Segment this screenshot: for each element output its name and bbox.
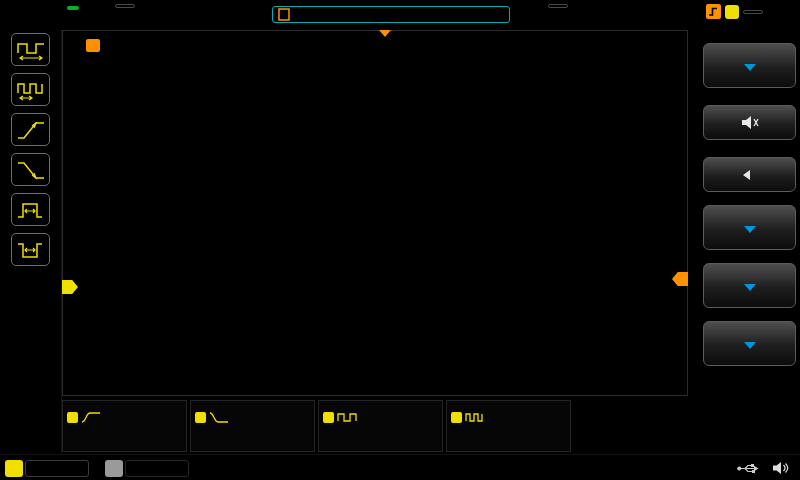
chevron-left-icon bbox=[743, 170, 750, 180]
sidebar-item-pos-width[interactable] bbox=[11, 193, 50, 228]
channel2-status[interactable] bbox=[105, 460, 189, 477]
io-settings-button[interactable] bbox=[703, 43, 796, 88]
record-button[interactable] bbox=[703, 263, 796, 308]
sidebar-item-fall-time[interactable] bbox=[11, 153, 50, 188]
neg-width-icon bbox=[11, 233, 50, 266]
oscilloscope-screen bbox=[0, 0, 800, 480]
language-button[interactable] bbox=[703, 157, 796, 192]
trigger-position-corner-flag bbox=[86, 39, 100, 52]
sound-status-icon bbox=[772, 461, 790, 475]
chevron-down-icon bbox=[744, 64, 756, 71]
channel-status-bar bbox=[0, 454, 800, 480]
trigger-position-marker-icon bbox=[379, 30, 391, 37]
delay-value[interactable] bbox=[548, 4, 568, 8]
usb-icon bbox=[736, 462, 760, 475]
system-button[interactable] bbox=[703, 321, 796, 366]
channel-badge bbox=[451, 412, 462, 423]
measurement-panel-rise bbox=[62, 400, 187, 452]
speaker-icon bbox=[740, 115, 760, 130]
channel1-scale bbox=[25, 460, 89, 477]
measurement-panel-period bbox=[318, 400, 443, 452]
channel2-scale bbox=[125, 460, 189, 477]
middle-region bbox=[0, 30, 800, 454]
preview-waveform-icon bbox=[273, 7, 509, 22]
channel2-badge bbox=[105, 460, 123, 477]
sound-button[interactable] bbox=[703, 105, 796, 140]
sidebar-item-neg-width[interactable] bbox=[11, 233, 50, 268]
channel-badge bbox=[67, 412, 78, 423]
measurement-panel-fall bbox=[190, 400, 315, 452]
sidebar-item-period[interactable] bbox=[11, 33, 50, 68]
waveform-preview[interactable] bbox=[272, 6, 510, 23]
horizontal-measure-sidebar bbox=[0, 30, 62, 454]
freq-meas-icon bbox=[464, 410, 486, 424]
display-center bbox=[62, 30, 688, 454]
delay-group bbox=[543, 4, 568, 8]
pos-width-icon bbox=[11, 193, 50, 226]
trigger-slope-icon bbox=[706, 4, 721, 19]
freq-icon bbox=[11, 73, 50, 106]
measurement-panel-freq bbox=[446, 400, 571, 452]
timebase-value[interactable] bbox=[115, 4, 135, 8]
horizontal-scale-group bbox=[110, 4, 135, 8]
period-icon bbox=[11, 33, 50, 66]
channel1-waveform bbox=[62, 30, 688, 396]
preview-window-bracket bbox=[279, 9, 289, 20]
chevron-down-icon bbox=[744, 342, 756, 349]
chevron-down-icon bbox=[744, 284, 756, 291]
sidebar-item-freq[interactable] bbox=[11, 73, 50, 108]
channel1-badge bbox=[5, 460, 23, 477]
trigger-group bbox=[702, 4, 763, 19]
trigger-status-badge bbox=[67, 6, 79, 10]
fall-meas-icon bbox=[208, 410, 230, 424]
chevron-down-icon bbox=[744, 226, 756, 233]
channel-badge bbox=[195, 412, 206, 423]
rise-meas-icon bbox=[80, 410, 102, 424]
top-bar bbox=[0, 0, 800, 31]
channel1-status[interactable] bbox=[5, 460, 89, 477]
pass-fail-button[interactable] bbox=[703, 205, 796, 250]
waveform-display bbox=[62, 30, 688, 396]
sidebar-item-rise-time[interactable] bbox=[11, 113, 50, 148]
utility-menu-sidebar bbox=[688, 30, 800, 454]
measurement-row bbox=[62, 400, 688, 454]
fall-time-icon bbox=[11, 153, 50, 186]
period-meas-icon bbox=[336, 410, 358, 424]
rise-time-icon bbox=[11, 113, 50, 146]
trigger-level-value[interactable] bbox=[743, 10, 763, 14]
trigger-source-badge bbox=[725, 5, 739, 19]
channel-badge bbox=[323, 412, 334, 423]
